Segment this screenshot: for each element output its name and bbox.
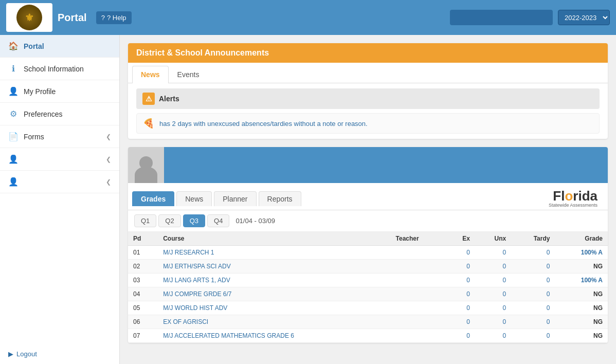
cell-unx: 0 xyxy=(475,301,511,315)
cell-unx: 0 xyxy=(475,260,511,274)
announcements-tabs: News Events xyxy=(128,63,608,83)
cell-course[interactable]: M/J WORLD HIST ADV xyxy=(158,301,390,315)
col-grade: Grade xyxy=(555,232,608,246)
cell-teacher xyxy=(391,246,446,260)
cell-grade: 100% A xyxy=(555,246,608,260)
sidebar-item-student1[interactable]: 👤 ❮ xyxy=(0,148,119,171)
year-selector[interactable]: 2022-2023 xyxy=(558,10,610,25)
tab-grades[interactable]: Grades xyxy=(132,191,174,206)
cell-unx: 0 xyxy=(475,315,511,329)
col-pd: Pd xyxy=(128,232,158,246)
col-unx: Unx xyxy=(475,232,511,246)
cell-tardy: 0 xyxy=(511,260,555,274)
chevron-right-icon: ❮ xyxy=(106,178,111,186)
cell-pd: 07 xyxy=(128,329,158,343)
student-tabs: Grades News Planner Reports Florida Stat… xyxy=(128,183,608,210)
sidebar-item-preferences[interactable]: ⚙ Preferences xyxy=(0,103,119,125)
cell-teacher xyxy=(391,301,446,315)
app-title: Portal xyxy=(58,12,87,24)
quarter-q1[interactable]: Q1 xyxy=(134,214,156,227)
announcements-header: District & School Announcements xyxy=(128,43,608,63)
cell-ex: 0 xyxy=(446,260,475,274)
cell-course[interactable]: M/J RESEARCH 1 xyxy=(158,246,390,260)
quarter-q2[interactable]: Q2 xyxy=(158,214,180,227)
sidebar-item-label: My Profile xyxy=(24,87,56,96)
sidebar-item-school-information[interactable]: ℹ School Information xyxy=(0,58,119,80)
sidebar-item-forms[interactable]: 📄 Forms ❮ xyxy=(0,125,119,148)
grades-table: Pd Course Teacher Ex Unx Tardy Grade 01 … xyxy=(128,232,608,343)
sidebar-item-label: Preferences xyxy=(24,110,62,118)
sidebar-item-student2[interactable]: 👤 ❮ xyxy=(0,171,119,193)
cell-grade: NG xyxy=(555,287,608,301)
cell-tardy: 0 xyxy=(511,274,555,287)
cell-pd: 03 xyxy=(128,274,158,287)
cell-course[interactable]: EX OF AGRISCI xyxy=(158,315,390,329)
cell-unx: 0 xyxy=(475,274,511,287)
alert-triangle-icon: ⚠ xyxy=(142,93,155,105)
cell-pd: 04 xyxy=(128,287,158,301)
student-card: Grades News Planner Reports Florida Stat… xyxy=(128,147,608,343)
tab-news[interactable]: News xyxy=(176,191,212,206)
tab-news[interactable]: News xyxy=(132,66,169,83)
cell-teacher xyxy=(391,260,446,274)
cell-course[interactable]: M/J COMPRE GRDE 6/7 xyxy=(158,287,390,301)
tab-events[interactable]: Events xyxy=(169,66,208,83)
avatar-body xyxy=(135,167,157,183)
header: ⚜ Portal ? ? Help 2022-2023 xyxy=(0,0,616,35)
table-row: 03 M/J LANG ARTS 1, ADV 0 0 0 100% A xyxy=(128,274,608,287)
chevron-right-icon: ❮ xyxy=(106,133,111,140)
cell-unx: 0 xyxy=(475,287,511,301)
tab-reports[interactable]: Reports xyxy=(259,191,301,206)
cell-tardy: 0 xyxy=(511,287,555,301)
tab-planner[interactable]: Planner xyxy=(214,191,256,206)
announcements-title: District & School Announcements xyxy=(136,48,269,57)
date-range: 01/04 - 03/09 xyxy=(235,217,275,225)
main-layout: 🏠 Portal ℹ School Information 👤 My Profi… xyxy=(0,35,616,364)
florida-subtitle: Statewide Assessments xyxy=(549,203,597,208)
quarter-bar: Q1 Q2 Q3 Q4 01/04 - 03/09 xyxy=(128,210,608,232)
main-content: District & School Announcements News Eve… xyxy=(120,35,616,364)
help-label: ? Help xyxy=(107,14,126,22)
cell-teacher xyxy=(391,315,446,329)
cell-ex: 0 xyxy=(446,329,475,343)
cell-course[interactable]: M/J ERTH/SPA SCI ADV xyxy=(158,260,390,274)
help-icon: ? xyxy=(101,14,105,22)
info-icon: ℹ xyxy=(8,64,19,74)
alerts-header: ⚠ Alerts xyxy=(136,88,600,109)
student-avatar xyxy=(128,147,164,183)
cell-pd: 01 xyxy=(128,246,158,260)
quarter-q3[interactable]: Q3 xyxy=(183,214,205,227)
cell-ex: 0 xyxy=(446,274,475,287)
table-row: 05 M/J WORLD HIST ADV 0 0 0 NG xyxy=(128,301,608,315)
table-row: 02 M/J ERTH/SPA SCI ADV 0 0 0 NG xyxy=(128,260,608,274)
document-icon: 📄 xyxy=(8,132,19,141)
cell-tardy: 0 xyxy=(511,301,555,315)
cell-course[interactable]: M/J ACCELERATED MATHEMATICS GRADE 6 xyxy=(158,329,390,343)
sidebar-item-label: Forms xyxy=(24,133,44,141)
table-row: 04 M/J COMPRE GRDE 6/7 0 0 0 NG xyxy=(128,287,608,301)
sidebar-item-my-profile[interactable]: 👤 My Profile xyxy=(0,80,119,103)
alert-row: 🍕 has 2 days with unexcused absences/tar… xyxy=(136,113,600,134)
sidebar-item-label: School Information xyxy=(24,65,84,73)
cell-unx: 0 xyxy=(475,329,511,343)
alerts-section: ⚠ Alerts 🍕 has 2 days with unexcused abs… xyxy=(128,83,608,139)
cell-grade: NG xyxy=(555,260,608,274)
cell-course[interactable]: M/J LANG ARTS 1, ADV xyxy=(158,274,390,287)
cell-ex: 0 xyxy=(446,301,475,315)
student1-icon: 👤 xyxy=(8,154,19,164)
search-input[interactable] xyxy=(450,10,553,25)
col-teacher: Teacher xyxy=(391,232,446,246)
cell-tardy: 0 xyxy=(511,329,555,343)
alerts-label: Alerts xyxy=(159,95,179,103)
sidebar-item-portal[interactable]: 🏠 Portal xyxy=(0,35,119,58)
sidebar-spacer xyxy=(0,193,119,344)
help-button[interactable]: ? ? Help xyxy=(96,11,132,24)
announcements-card: District & School Announcements News Eve… xyxy=(128,43,608,139)
logo-container: ⚜ xyxy=(6,3,52,32)
table-row: 07 M/J ACCELERATED MATHEMATICS GRADE 6 0… xyxy=(128,329,608,343)
quarter-q4[interactable]: Q4 xyxy=(207,214,229,227)
col-tardy: Tardy xyxy=(511,232,555,246)
col-course: Course xyxy=(158,232,390,246)
cell-pd: 05 xyxy=(128,301,158,315)
logout-button[interactable]: ▶ Logout xyxy=(0,344,119,364)
